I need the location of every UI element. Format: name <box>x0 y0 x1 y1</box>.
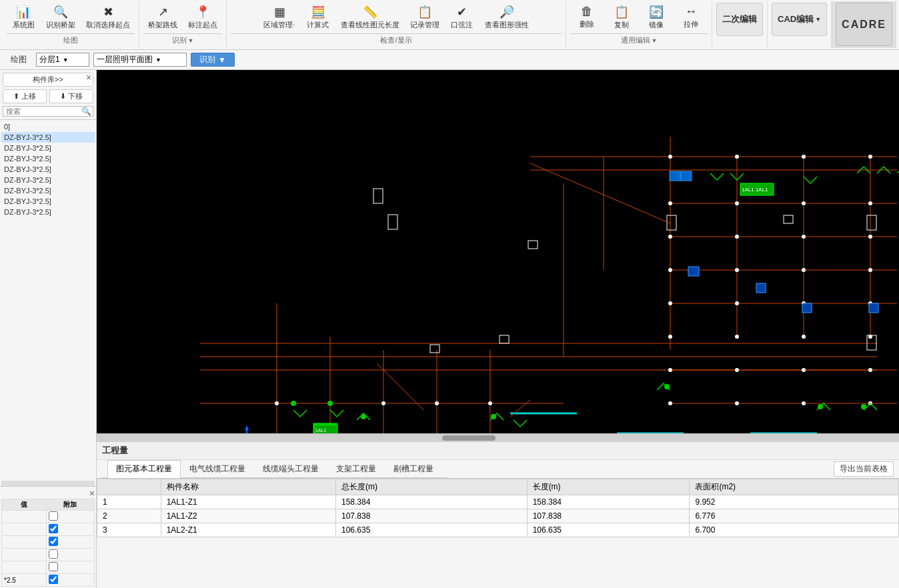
svg-point-57 <box>668 368 672 372</box>
props-row-1 <box>2 511 95 523</box>
toolbar-section-cad-edit: CAD编辑 ▼ <box>768 1 832 48</box>
identify-bridge-btn[interactable]: 🔍 识别桥架 <box>41 3 80 32</box>
svg-marker-110 <box>245 425 249 430</box>
engineering-quantity-title: 工程量 <box>102 445 128 457</box>
sidebar-search-input[interactable] <box>3 106 93 117</box>
svg-rect-84 <box>373 189 383 203</box>
sidebar-item-2[interactable]: DZ-BYJ-3*2.5] <box>1 143 95 153</box>
sys-diagram-btn[interactable]: 📊 系统图 <box>7 3 40 32</box>
tab-basic[interactable]: 图元基本工程量 <box>107 460 181 478</box>
check-result-icon: ✔ <box>457 5 467 19</box>
copy-icon: 📋 <box>614 5 629 19</box>
sidebar-item-3[interactable]: DZ-BYJ-3*2.5] <box>1 153 95 164</box>
tab-cable[interactable]: 电气线缆工程量 <box>181 460 254 477</box>
export-table-btn[interactable]: 导出当前表格 <box>834 461 894 477</box>
row3-num: 3 <box>97 523 161 537</box>
row2-name: 1AL1-Z2 <box>161 509 335 523</box>
svg-point-62 <box>735 401 739 405</box>
drawing-label: 绘图 <box>7 33 135 47</box>
sidebar-btn-row: 构件库>> <box>3 73 93 87</box>
svg-rect-93 <box>430 345 439 353</box>
props-table: 值 附加 <box>1 499 95 587</box>
props-row-4 <box>2 549 95 561</box>
toolbar-section-general-edit: 🗑 删除 📋 复制 🔄 镜像 ↔ 拉伸 通用编辑 ▼ <box>566 1 712 48</box>
lib-btn[interactable]: 构件库>> <box>3 73 93 87</box>
cadre-btn[interactable]: CADRE <box>836 3 892 46</box>
props-check-6[interactable] <box>46 574 94 587</box>
record-mgmt-btn[interactable]: 📋 记录管理 <box>405 3 444 32</box>
mark-points-btn[interactable]: 📍 标注起点 <box>183 3 222 32</box>
svg-text:1AL1 1AL1: 1AL1 1AL1 <box>742 187 768 193</box>
mirror-btn[interactable]: 🔄 镜像 <box>640 3 673 32</box>
cad-canvas[interactable]: 1AL1 1AL1 1AL1 X <box>97 70 899 433</box>
down-move-btn[interactable]: ⬇ 下移 <box>49 89 93 103</box>
row3-len: 106.635 <box>527 523 690 537</box>
bridge-route-btn[interactable]: ↗ 桥架路线 <box>143 3 182 32</box>
main-area: × 构件库>> ⬆ 上移 ⬇ 下移 🔍 0] DZ-BYJ-3*2.5] DZ-… <box>0 70 899 588</box>
svg-point-77 <box>291 401 296 406</box>
svg-rect-85 <box>388 215 397 229</box>
row1-len: 158.384 <box>527 495 690 509</box>
view-dropdown[interactable]: 一层照明平面图 ▼ <box>93 53 187 67</box>
svg-rect-97 <box>688 267 699 276</box>
tab-support[interactable]: 支架工程量 <box>327 460 385 477</box>
zone-mgmt-btn[interactable]: ▦ 区域管理· <box>259 3 299 32</box>
svg-rect-99 <box>802 303 812 313</box>
check-line-icon: 📏 <box>363 5 377 19</box>
copy-btn[interactable]: 📋 复制 <box>605 3 638 32</box>
svg-rect-96 <box>681 171 692 181</box>
props-check-1[interactable] <box>46 511 94 523</box>
bottom-panel-header: 工程量 <box>97 442 899 460</box>
tab-terminal[interactable]: 线缆端头工程量 <box>254 460 327 477</box>
identify-toolbar-btn[interactable]: 识别 ▼ <box>191 53 235 67</box>
svg-point-63 <box>802 401 806 405</box>
layer-dropdown[interactable]: 分层1 ▼ <box>36 53 89 67</box>
sidebar-item-8[interactable]: DZ-BYJ-3*2.5] <box>1 207 95 217</box>
sys-diagram-icon: 📊 <box>16 5 31 19</box>
sidebar-item-5[interactable]: DZ-BYJ-3*2.5] <box>1 175 95 185</box>
calc-formula-btn[interactable]: 🧮 计算式 <box>301 3 335 32</box>
toolbar-section-drawing: 📊 系统图 🔍 识别桥架 ✖ 取消选择起点 绘图 <box>3 1 139 48</box>
col-area: 表面积(m2) <box>690 479 899 495</box>
toolbar-section-cadre: CADRE <box>832 1 896 48</box>
svg-rect-95 <box>670 171 680 181</box>
props-check-5[interactable] <box>46 561 94 574</box>
delete-btn[interactable]: 🗑 删除 <box>570 3 604 32</box>
table-row: 2 1AL1-Z2 107.838 107.838 6.776 <box>97 509 899 523</box>
svg-point-50 <box>735 301 739 305</box>
sidebar-item-6[interactable]: DZ-BYJ-3*2.5] <box>1 185 95 196</box>
canvas-h-scrollbar[interactable] <box>97 433 899 441</box>
cancel-select-btn[interactable]: ✖ 取消选择起点 <box>81 3 135 32</box>
svg-point-81 <box>664 384 670 389</box>
sidebar-item-4[interactable]: DZ-BYJ-3*2.5] <box>1 164 95 175</box>
svg-point-36 <box>868 155 872 159</box>
props-check-3[interactable] <box>46 536 94 549</box>
props-check-2[interactable] <box>46 523 94 536</box>
scrollbar-thumb[interactable] <box>442 435 496 441</box>
check-result-btn[interactable]: ✔ 口弦注 <box>445 3 479 32</box>
tab-trough[interactable]: 剔槽工程量 <box>385 460 442 477</box>
svg-point-80 <box>491 414 496 419</box>
sidebar-item-7[interactable]: DZ-BYJ-3*2.5] <box>1 196 95 207</box>
bridge-route-icon: ↗ <box>158 5 168 19</box>
svg-point-37 <box>668 201 672 205</box>
props-close-btn[interactable]: × <box>1 488 95 499</box>
cad-edit-btn[interactable]: CAD编辑 ▼ <box>772 3 827 36</box>
props-check-4[interactable] <box>46 549 94 561</box>
svg-point-59 <box>802 368 806 372</box>
props-value-4 <box>2 549 47 561</box>
row2-num: 2 <box>97 509 161 523</box>
bottom-tabs-bar: 图元基本工程量 电气线缆工程量 线缆端头工程量 支架工程量 剔槽工程量 导出当前… <box>97 460 899 479</box>
toolbar-section-identify: ↗ 桥架路线 📍 标注起点 识别 ▼ <box>139 1 227 48</box>
check-line-btn[interactable]: 📏 查看线性图元长度 <box>336 3 404 32</box>
sidebar-item-1[interactable]: DZ-BYJ-3*2.5] <box>1 132 95 143</box>
svg-point-60 <box>868 368 872 372</box>
sidebar-item-0[interactable]: 0] <box>1 121 95 132</box>
second-edit-btn[interactable]: 二次编辑 <box>716 3 763 36</box>
sidebar-close-btn[interactable]: × <box>83 71 95 83</box>
stretch-btn[interactable]: ↔ 拉伸 <box>674 3 708 32</box>
check-diagram-btn[interactable]: 🔎 查看图形强性 <box>480 3 534 32</box>
sidebar-h-scrollbar[interactable] <box>1 481 95 486</box>
props-row-2 <box>2 523 95 536</box>
up-move-btn[interactable]: ⬆ 上移 <box>3 89 47 103</box>
